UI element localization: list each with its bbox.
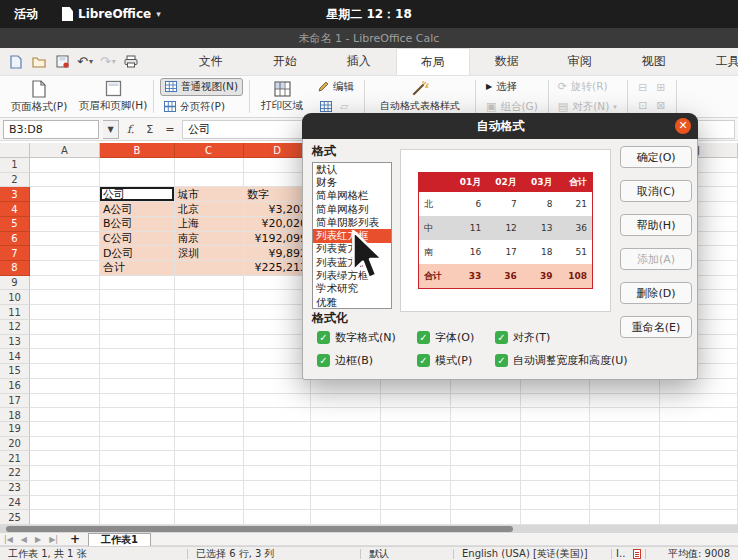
cell-A3[interactable]: [30, 187, 100, 202]
cell-D13[interactable]: [244, 335, 311, 350]
cell-A12[interactable]: [30, 320, 100, 335]
cell-I18[interactable]: [590, 408, 660, 422]
cell-D4[interactable]: ¥3,202: [244, 202, 311, 217]
cell-B7[interactable]: D公司: [100, 246, 175, 261]
cell-C24[interactable]: [175, 496, 244, 511]
row-header-7[interactable]: 7: [0, 246, 30, 261]
cell-A13[interactable]: [30, 335, 100, 350]
cell-A10[interactable]: [30, 290, 100, 305]
add-sheet-button[interactable]: +: [62, 532, 88, 546]
rotate-button[interactable]: ⟳ 旋转(R): [554, 78, 621, 96]
cell-B22[interactable]: [100, 466, 175, 481]
cell-C10[interactable]: [175, 290, 244, 305]
cell-C4[interactable]: 北京: [175, 202, 244, 217]
cell-B16[interactable]: [100, 379, 175, 394]
dialog-title-bar[interactable]: 自动格式 ✕: [302, 113, 698, 139]
dialog-button-添加(A)[interactable]: 添加(A): [620, 248, 692, 270]
dialog-button-帮助(H)[interactable]: 帮助(H): [620, 214, 692, 236]
cell-F16[interactable]: [381, 379, 451, 394]
cell-J22[interactable]: [660, 466, 738, 481]
disabled-tool-icon[interactable]: ▱: [340, 100, 348, 113]
cell-D25[interactable]: [244, 510, 311, 525]
checkbox-icon[interactable]: ✓: [495, 354, 508, 367]
dialog-button-取消(C)[interactable]: 取消(C): [620, 180, 692, 202]
sheet-tab-active[interactable]: 工作表1: [88, 533, 151, 546]
cell-E25[interactable]: [311, 510, 381, 525]
cell-A2[interactable]: [30, 173, 100, 188]
checkbox-模式(P)[interactable]: ✓模式(P): [417, 353, 495, 368]
cell-J20[interactable]: [660, 437, 738, 452]
tab-视图[interactable]: 视图: [617, 48, 691, 75]
tab-数据[interactable]: 数据: [470, 48, 544, 75]
first-sheet-icon[interactable]: |◀: [0, 535, 17, 544]
row-header-13[interactable]: 13: [0, 335, 30, 350]
redo-icon[interactable]: ↷: [100, 55, 111, 68]
checkbox-icon[interactable]: ✓: [495, 331, 508, 344]
cell-C6[interactable]: 南京: [175, 232, 244, 247]
cell-C2[interactable]: [175, 173, 244, 188]
header-footer-button[interactable]: 页眉和页脚(H): [76, 77, 150, 116]
cell-A20[interactable]: [30, 437, 100, 452]
cell-H24[interactable]: [521, 496, 590, 511]
cell-A1[interactable]: [30, 158, 100, 173]
cell-I19[interactable]: [590, 422, 660, 437]
cell-E20[interactable]: [311, 437, 381, 452]
cell-D7[interactable]: ¥9,892: [244, 246, 311, 261]
row-header-6[interactable]: 6: [0, 232, 30, 247]
cell-D6[interactable]: ¥192,099: [244, 232, 311, 247]
row-header-14[interactable]: 14: [0, 349, 30, 364]
cell-A24[interactable]: [30, 496, 100, 511]
row-header-3[interactable]: 3: [0, 187, 30, 202]
cell-D21[interactable]: [244, 451, 311, 466]
cell-C1[interactable]: [175, 158, 244, 173]
cell-C5[interactable]: 上海: [175, 217, 244, 232]
print-icon[interactable]: [123, 54, 139, 70]
checkbox-icon[interactable]: ✓: [317, 331, 330, 344]
cell-G19[interactable]: [451, 422, 521, 437]
insert-mode-indicator[interactable]: I..: [612, 548, 629, 559]
window-title-bar[interactable]: 未命名 1 - LibreOffice Calc: [0, 28, 738, 48]
cell-C19[interactable]: [175, 422, 244, 437]
bring-front-icon[interactable]: ⊞: [653, 80, 669, 96]
cell-J16[interactable]: [660, 379, 738, 394]
cell-B10[interactable]: [100, 290, 175, 305]
page-format-button[interactable]: 页面格式(P): [2, 77, 76, 116]
cell-B23[interactable]: [100, 481, 175, 496]
cell-G17[interactable]: [451, 394, 521, 409]
row-header-5[interactable]: 5: [0, 217, 30, 232]
print-area-button[interactable]: 打印区域: [253, 77, 311, 116]
cell-A23[interactable]: [30, 481, 100, 496]
cell-D17[interactable]: [244, 394, 311, 409]
undo-group[interactable]: ↶ ▾: [77, 55, 93, 68]
cell-C21[interactable]: [175, 451, 244, 466]
function-wizard-icon[interactable]: f.: [123, 123, 138, 136]
undo-dropdown-icon[interactable]: ▾: [89, 57, 93, 66]
checkbox-边框(B)[interactable]: ✓边框(B): [317, 353, 417, 368]
dialog-button-确定(O)[interactable]: 确定(O): [620, 146, 692, 168]
format-option-简单网格栏[interactable]: 简单网格栏: [313, 190, 391, 203]
row-header-2[interactable]: 2: [0, 173, 30, 188]
checkbox-对齐(T)[interactable]: ✓对齐(T): [495, 330, 550, 345]
tab-布局[interactable]: 布局: [396, 48, 470, 75]
cell-E24[interactable]: [311, 496, 381, 511]
cell-B4[interactable]: A公司: [100, 202, 175, 217]
cell-B5[interactable]: B公司: [100, 217, 175, 232]
cell-C15[interactable]: [175, 364, 244, 379]
cell-D1[interactable]: [244, 158, 311, 173]
cell-C22[interactable]: [175, 466, 244, 481]
cell-A22[interactable]: [30, 466, 100, 481]
page-break-button[interactable]: 分页符(P): [160, 98, 243, 116]
format-option-优雅[interactable]: 优雅: [313, 296, 391, 309]
cell-H25[interactable]: [521, 510, 590, 525]
row-header-15[interactable]: 15: [0, 364, 30, 379]
format-option-默认[interactable]: 默认: [313, 163, 391, 176]
cell-E21[interactable]: [311, 451, 381, 466]
row-header-25[interactable]: 25: [0, 510, 30, 525]
cell-E17[interactable]: [311, 394, 381, 409]
row-header-4[interactable]: 4: [0, 202, 30, 217]
column-header-B[interactable]: B: [100, 143, 175, 158]
cell-D11[interactable]: [244, 305, 311, 320]
cell-A11[interactable]: [30, 305, 100, 320]
cell-C9[interactable]: [175, 276, 244, 291]
cell-D14[interactable]: [244, 349, 311, 364]
